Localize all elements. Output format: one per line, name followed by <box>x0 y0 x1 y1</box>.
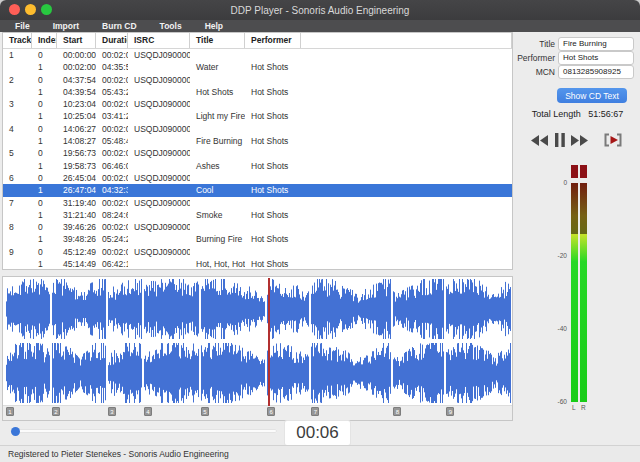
table-row[interactable]: 110:25:0403:41:23Light my FireHot Shots <box>3 110 512 122</box>
cell-isrc <box>128 258 190 270</box>
table-row[interactable]: 139:48:2605:24:23Burning FireHot Shots <box>3 233 512 245</box>
table-row[interactable]: 7031:19:4000:02:00USQDJ0900007 <box>3 197 512 209</box>
cell-track: 4 <box>3 123 32 135</box>
cell-index: 1 <box>32 86 57 98</box>
cell-track: 2 <box>3 74 32 86</box>
column-header-start[interactable]: Start <box>57 33 96 48</box>
cell-index: 1 <box>32 61 57 73</box>
table-row[interactable]: 100:02:0004:35:54WaterHot Shots <box>3 61 512 73</box>
cell-start: 19:58:73 <box>57 160 96 172</box>
show-cd-text-button[interactable]: Show CD Text <box>557 88 627 103</box>
column-header-title[interactable]: Title <box>190 33 245 48</box>
rewind-icon <box>531 135 549 146</box>
table-row[interactable]: 5019:56:7300:02:00USQDJ0900005 <box>3 147 512 159</box>
title-bar[interactable]: DDP Player - Sonoris Audio Engineering <box>0 0 640 20</box>
app-window: DDP Player - Sonoris Audio Engineering F… <box>0 0 640 462</box>
zoom-window-button[interactable] <box>41 4 52 15</box>
table-row[interactable]: 104:39:5405:43:25Hot ShotsHot Shots <box>3 86 512 98</box>
cell-title <box>190 197 245 209</box>
cell-duration: 05:43:25 <box>96 86 128 98</box>
seek-slider-handle[interactable] <box>11 427 20 436</box>
cell-track <box>3 233 32 245</box>
cell-title: Hot Shots <box>190 86 245 98</box>
cell-track <box>3 160 32 172</box>
total-length-value: 51:56:67 <box>588 109 623 119</box>
track-marker-flag: 1 <box>6 407 14 416</box>
table-row[interactable]: 3010:23:0400:02:00USQDJ0900003 <box>3 98 512 110</box>
cell-index: 0 <box>32 197 57 209</box>
cell-track: 3 <box>3 98 32 110</box>
menu-item-burn-cd[interactable]: Burn CD <box>102 21 136 31</box>
cell-index: 0 <box>32 98 57 110</box>
performer-field[interactable]: Hot Shots <box>558 51 634 65</box>
track-table: TrackIndexStartDurationISRCTitlePerforme… <box>2 32 513 270</box>
cell-index: 1 <box>32 135 57 147</box>
pause-button[interactable] <box>555 133 565 147</box>
table-row[interactable]: 131:21:4008:24:61SmokeHot Shots <box>3 209 512 221</box>
rewind-button[interactable] <box>531 135 549 146</box>
table-row[interactable]: 114:08:2705:48:46Fire BurningHot Shots <box>3 135 512 147</box>
cell-performer <box>245 49 301 61</box>
level-meter-left <box>571 183 578 402</box>
cell-title <box>190 123 245 135</box>
play-selection-icon <box>603 133 623 147</box>
column-header-duration[interactable]: Duration <box>96 33 128 48</box>
mcn-field[interactable]: 0813285908925 <box>558 65 634 79</box>
cell-index: 1 <box>32 258 57 270</box>
table-row[interactable]: 1000:00:0000:02:00USQDJ0900001 <box>3 49 512 61</box>
menu-item-tools[interactable]: Tools <box>160 21 182 31</box>
cell-isrc <box>128 61 190 73</box>
playhead-line[interactable] <box>268 278 270 406</box>
cell-performer: Hot Shots <box>245 258 301 270</box>
cell-title <box>190 49 245 61</box>
waveform-display[interactable]: 123456789 <box>2 276 513 421</box>
cd-text-panel: Title Fire Burning Performer Hot Shots M… <box>515 31 640 445</box>
table-row[interactable]: 2004:37:5400:02:00USQDJ0900002 <box>3 74 512 86</box>
cell-duration: 00:02:00 <box>96 49 128 61</box>
table-row[interactable]: 6026:45:0400:02:00USQDJ0900006 <box>3 172 512 184</box>
menu-item-import[interactable]: Import <box>53 21 79 31</box>
cell-index: 0 <box>32 147 57 159</box>
minimize-window-button[interactable] <box>25 4 36 15</box>
column-header-isrc[interactable]: ISRC <box>128 33 190 48</box>
status-bar: Registered to Pieter Stenekes - Sonoris … <box>0 445 640 462</box>
table-body: 1000:00:0000:02:00USQDJ0900001100:02:000… <box>3 49 512 270</box>
menu-item-help[interactable]: Help <box>205 21 223 31</box>
cell-performer <box>245 221 301 233</box>
play-selection-button[interactable] <box>603 133 623 147</box>
seek-slider-track[interactable] <box>10 429 277 433</box>
title-field[interactable]: Fire Burning <box>558 37 634 51</box>
cell-title: Light my Fire <box>190 110 245 122</box>
time-display: 00:06 <box>285 421 350 445</box>
cell-index: 0 <box>32 49 57 61</box>
table-row[interactable]: 126:47:0404:32:36CoolHot Shots <box>3 184 512 196</box>
transport-controls <box>531 131 631 149</box>
table-row[interactable]: 4014:06:2700:02:00USQDJ0900004 <box>3 123 512 135</box>
cell-isrc <box>128 209 190 221</box>
close-window-button[interactable] <box>9 4 20 15</box>
pause-icon <box>555 133 565 147</box>
cell-track <box>3 184 32 196</box>
cell-track: 6 <box>3 172 32 184</box>
table-row[interactable]: 8039:46:2600:02:00USQDJ0900008 <box>3 221 512 233</box>
cell-start: 14:06:27 <box>57 123 96 135</box>
column-header-performer[interactable]: Performer <box>245 33 301 48</box>
menu-item-file[interactable]: File <box>15 21 30 31</box>
fast-forward-button[interactable] <box>571 135 589 146</box>
cell-title <box>190 74 245 86</box>
cell-start: 39:46:26 <box>57 221 96 233</box>
cell-performer: Hot Shots <box>245 61 301 73</box>
cell-isrc: USQDJ0900006 <box>128 172 190 184</box>
cell-performer: Hot Shots <box>245 86 301 98</box>
column-header-track[interactable]: Track <box>3 33 32 48</box>
cell-duration: 00:02:00 <box>96 74 128 86</box>
cell-start: 10:23:04 <box>57 98 96 110</box>
table-row[interactable]: 9045:12:4900:02:00USQDJ0900009 <box>3 246 512 258</box>
table-row[interactable]: 119:58:7306:46:06AshesHot Shots <box>3 160 512 172</box>
table-row[interactable]: 145:14:4906:42:18Hot, Hot, HotHot Shots <box>3 258 512 270</box>
cell-performer: Hot Shots <box>245 135 301 147</box>
cell-index: 0 <box>32 74 57 86</box>
cell-index: 0 <box>32 221 57 233</box>
meter-label-right: R <box>581 404 586 411</box>
column-header-index[interactable]: Index <box>32 33 57 48</box>
